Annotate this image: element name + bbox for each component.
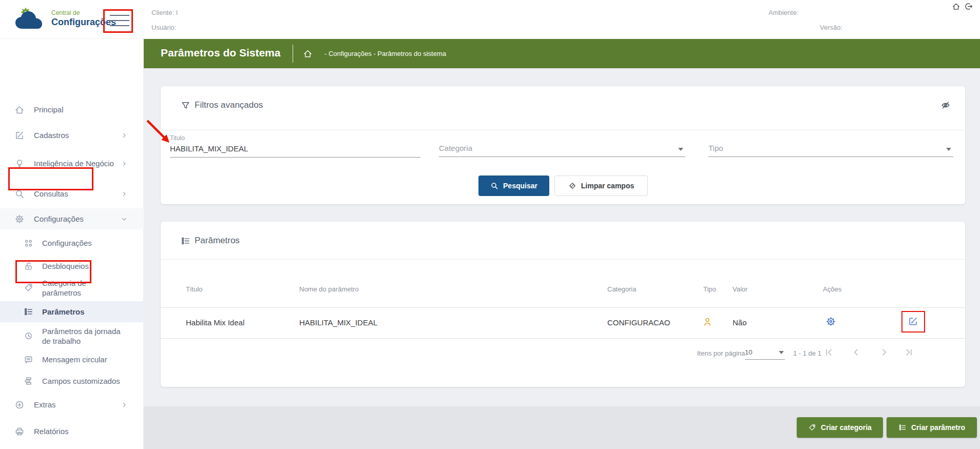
filters-card: Filtros avançados Titulo Categoria Tipo … — [161, 86, 965, 204]
column-header-nome: Nome do parâmetro — [299, 285, 359, 293]
sidebar-item-consultas[interactable]: Consultas — [0, 184, 144, 204]
client-label: Cliente: I — [151, 9, 178, 16]
row-settings-icon[interactable] — [825, 316, 836, 327]
sidebar-subitem-configuracoes[interactable]: Configurações — [0, 233, 144, 253]
column-header-tipo: Tipo — [703, 285, 716, 293]
environment-label: Ambiente: — [768, 9, 799, 16]
logout-icon[interactable] — [964, 2, 973, 11]
list-icon — [24, 307, 34, 317]
lightbulb-icon — [14, 159, 25, 169]
column-header-titulo: Título — [186, 285, 203, 293]
message-icon — [24, 355, 34, 365]
table-divider — [161, 338, 965, 339]
sidebar-item-principal[interactable]: Principal — [0, 100, 144, 120]
table-divider — [161, 307, 965, 308]
params-header-divider — [161, 259, 965, 260]
chevron-down-icon — [946, 148, 951, 151]
sidebar-subitem-mensagem-circular[interactable]: Mensagem circular — [0, 349, 144, 370]
items-per-page-select[interactable]: 10 — [745, 348, 785, 360]
row-edit-icon[interactable] — [908, 316, 918, 327]
parameters-card: Parâmetros Título Nome do parâmetro Cate… — [161, 222, 965, 387]
tag-icon — [808, 423, 816, 432]
last-page-icon[interactable] — [904, 347, 914, 357]
search-icon — [490, 182, 498, 190]
list-icon — [181, 236, 190, 246]
app-logo[interactable]: Central de Configurações — [13, 6, 116, 31]
tag-icon — [24, 283, 34, 293]
person-icon — [702, 317, 713, 327]
criar-parametro-button[interactable]: Criar parâmetro — [887, 417, 977, 438]
user-label: Usuário: — [151, 24, 176, 31]
first-page-icon[interactable] — [824, 347, 834, 357]
column-header-categoria: Categoria — [607, 285, 636, 293]
tipo-select[interactable]: Tipo — [708, 144, 953, 157]
chevron-down-icon — [120, 215, 128, 223]
previous-page-icon[interactable] — [851, 347, 861, 357]
topbar: Central de Configurações Cliente: I Usuá… — [0, 0, 980, 39]
criar-categoria-button[interactable]: Criar categoria — [797, 417, 883, 438]
chevron-right-icon — [120, 131, 128, 140]
filters-title: Filtros avançados — [195, 100, 263, 110]
chevron-right-icon — [120, 401, 128, 409]
chevron-down-icon — [779, 351, 784, 354]
printer-icon — [14, 426, 25, 437]
home-icon[interactable] — [952, 2, 960, 11]
clock-icon — [24, 331, 34, 341]
gear-icon — [14, 214, 25, 224]
sidebar-item-inteligencia-de-negocio[interactable]: Inteligência de Negócio — [0, 151, 144, 177]
cell-categoria: CONFIGURACAO — [607, 318, 670, 327]
header-divider — [293, 45, 293, 63]
layers-icon — [24, 376, 34, 386]
pesquisar-button[interactable]: Pesquisar — [478, 175, 549, 196]
pagination-range: 1 - 1 de 1 — [793, 349, 821, 357]
version-label: Versão: — [820, 24, 842, 31]
unlock-icon — [24, 261, 34, 271]
chevron-right-icon — [120, 160, 128, 168]
column-header-valor: Valor — [733, 285, 747, 293]
home-icon — [14, 105, 25, 115]
search-icon — [14, 189, 25, 199]
cell-nome: HABILITA_MIX_IDEAL — [299, 318, 377, 327]
nodes-icon — [24, 238, 34, 248]
sidebar-subitem-desbloqueios[interactable]: Desbloqueios — [0, 256, 144, 277]
menu-toggle-icon[interactable] — [110, 15, 129, 26]
parameters-title: Parâmetros — [195, 236, 240, 246]
edit-square-icon — [14, 130, 25, 141]
sidebar: Principal Cadastros Inteligência de Negó… — [0, 39, 144, 449]
cell-titulo: Habilita Mix Ideal — [186, 318, 244, 327]
sidebar-subitem-campos-customizados[interactable]: Campos customizados — [0, 371, 144, 392]
list-icon — [898, 423, 907, 432]
plus-circle-icon — [14, 400, 25, 410]
filters-header-divider — [161, 130, 965, 130]
logo-line2: Configurações — [51, 17, 116, 28]
next-page-icon[interactable] — [879, 347, 889, 357]
categoria-select[interactable]: Categoria — [439, 144, 685, 157]
breadcrumb: - Configurações - Parâmetros do sistema — [324, 50, 446, 57]
titulo-field-label: Titulo — [170, 134, 185, 142]
eye-off-icon[interactable] — [940, 100, 951, 110]
page-header: Parâmetros do Sistema - Configurações - … — [144, 39, 980, 68]
filter-funnel-icon — [181, 101, 190, 110]
column-header-acoes: Ações — [823, 285, 841, 293]
limpar-campos-button[interactable]: Limpar campos — [554, 175, 648, 196]
breadcrumb-home-icon[interactable] — [303, 49, 313, 58]
sidebar-item-configuracoes[interactable]: Configurações — [0, 208, 144, 229]
chevron-right-icon — [120, 190, 128, 198]
cell-valor: Não — [733, 318, 747, 327]
page-title: Parâmetros do Sistema — [161, 47, 280, 59]
eraser-icon — [568, 182, 577, 190]
titulo-input[interactable] — [170, 144, 420, 158]
sidebar-item-relatorios[interactable]: Relatórios — [0, 421, 144, 442]
cloud-gear-logo-icon — [13, 6, 47, 31]
chevron-down-icon — [678, 148, 683, 151]
sidebar-subitem-categoria-de-parametros[interactable]: Categoria de parâmetros — [0, 275, 144, 301]
sidebar-subitem-parametros[interactable]: Parâmetros — [0, 301, 144, 322]
sidebar-item-cadastros[interactable]: Cadastros — [0, 125, 144, 146]
sidebar-item-extras[interactable]: Extras — [0, 395, 144, 415]
items-per-page-label: Itens por página — [697, 349, 745, 357]
logo-line1: Central de — [51, 10, 116, 17]
sidebar-subitem-parametros-da-jornada[interactable]: Parâmetros da jornada de trabalho — [0, 323, 144, 349]
